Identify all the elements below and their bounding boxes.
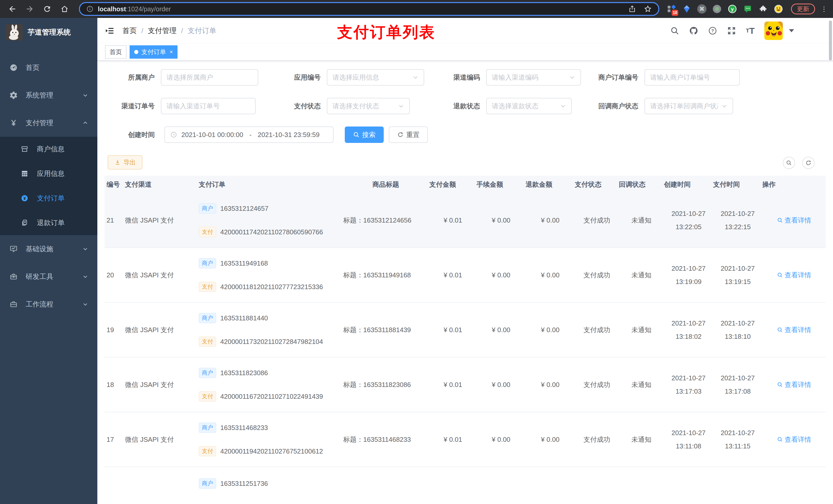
browser-menu-icon[interactable]: ⋮ — [821, 7, 826, 11]
cell-amount — [429, 467, 476, 503]
sidebar-item-workflow[interactable]: 工作流程 — [0, 290, 97, 318]
extension-record-icon[interactable] — [712, 4, 722, 14]
extension-y-icon[interactable]: y — [728, 4, 737, 14]
help-icon[interactable]: ? — [708, 26, 717, 35]
extension-kite-icon[interactable] — [682, 4, 692, 14]
cell-paid-time: 2021-10-2713:22:15 — [713, 193, 762, 247]
table-refresh-button[interactable] — [802, 157, 814, 169]
sidebar-item-merchant-info[interactable]: 商户信息 — [0, 137, 97, 161]
extension-collection-icon[interactable]: 10 — [667, 4, 676, 14]
extensions-row: 10 ⌘ y 更新 ⋮ — [667, 4, 828, 14]
extensions-puzzle-icon[interactable] — [758, 4, 768, 14]
merchant-order-number: 1635311881440 — [220, 314, 268, 322]
col-header-refund: 退款金额 — [526, 180, 575, 189]
github-icon[interactable] — [689, 26, 698, 35]
tab-home[interactable]: 首页 — [105, 45, 126, 58]
sidebar-item-dev-tools[interactable]: 研发工具 — [0, 263, 97, 290]
sidebar-item-infrastructure[interactable]: 基础设施 — [0, 235, 97, 263]
cell-refund — [526, 467, 575, 503]
search-icon — [777, 382, 783, 388]
table-row: 19 微信 JSAPI 支付 商户 1635311881440 支付 42000… — [104, 303, 826, 358]
active-tab-dot — [134, 50, 138, 54]
sidebar-item-refund-order[interactable]: 退款订单 — [0, 211, 97, 235]
view-detail-link[interactable]: 查看详情 — [777, 271, 811, 280]
cell-title: 标题：1635311468233 — [342, 412, 429, 466]
create-time-range-picker[interactable]: 2021-10-01 00:00:00 - 2021-10-31 23:59:5… — [164, 126, 334, 143]
cell-created-time: 2021-10-2713:17:03 — [664, 358, 713, 412]
sidebar-item-app-info[interactable]: 应用信息 — [0, 161, 97, 186]
table-search-toggle-button[interactable] — [783, 157, 795, 169]
channel-code-select[interactable]: 请输入渠道编码 — [486, 69, 581, 86]
app-no-select[interactable]: 请选择应用信息 — [327, 69, 424, 86]
pay-order-table: 编号 支付渠道 支付订单 商品标题 支付金额 手续金额 退款金额 支付状态 回调… — [104, 176, 826, 503]
browser-back-button[interactable] — [5, 2, 20, 16]
view-detail-link[interactable]: 查看详情 — [777, 435, 811, 444]
view-detail-link[interactable]: 查看详情 — [777, 326, 811, 334]
refund-status-select[interactable]: 请选择退款状态 — [486, 98, 572, 114]
cell-created-time: 2021-10-2713:18:02 — [664, 303, 713, 357]
browser-reload-button[interactable] — [40, 2, 54, 16]
header-search-icon[interactable] — [670, 26, 679, 35]
sidebar-item-label: 工作流程 — [26, 299, 82, 309]
sidebar-logo[interactable]: 芋道管理系统 — [0, 18, 97, 47]
sidebar-item-system[interactable]: 系统管理 — [0, 81, 97, 109]
breadcrumb-separator: / — [181, 27, 183, 35]
yen-icon — [9, 119, 22, 127]
sidebar-item-home[interactable]: 首页 — [0, 54, 97, 81]
share-icon[interactable] — [628, 5, 636, 13]
pay-order-number: 4200001173202110272847982104 — [220, 338, 323, 346]
gear-icon — [9, 91, 22, 100]
browser-forward-button[interactable] — [23, 2, 37, 16]
extension-emoji-icon[interactable] — [774, 4, 783, 14]
extension-command-icon[interactable]: ⌘ — [697, 4, 707, 14]
cell-notify-status: 未通知 — [619, 248, 664, 302]
tab-close-icon[interactable]: × — [170, 49, 173, 55]
channel-order-no-input[interactable] — [161, 98, 256, 114]
merchant-order-line: 商户 1635311251736 — [199, 478, 342, 489]
pay-order-line: 支付 4200001167202110271022491439 — [199, 391, 342, 402]
filter-callback-status: 回调商户状态 请选择订单回调商户状态 — [579, 98, 733, 114]
view-detail-link[interactable]: 查看详情 — [777, 380, 811, 389]
sidebar-collapse-icon[interactable] — [97, 26, 119, 35]
extension-chat-icon[interactable] — [743, 4, 753, 14]
site-info-icon[interactable] — [86, 5, 94, 13]
sidebar-item-pay-order[interactable]: 支付订单 — [0, 186, 97, 211]
pay-status-select[interactable]: 请选择支付状态 — [327, 98, 410, 114]
chevron-down-icon — [412, 74, 419, 80]
table-header-row: 编号 支付渠道 支付订单 商品标题 支付金额 手续金额 退款金额 支付状态 回调… — [104, 176, 826, 193]
view-detail-link[interactable]: 查看详情 — [777, 216, 811, 225]
pay-order-number: 4200001181202110277723215336 — [220, 283, 323, 291]
breadcrumb-pay-management[interactable]: 支付管理 — [148, 26, 176, 35]
browser-home-button[interactable] — [57, 2, 72, 16]
url-text: localhost:1024/pay/order — [98, 5, 171, 13]
search-button[interactable]: 搜索 — [345, 126, 384, 143]
merchant-order-number: 1635311251736 — [220, 480, 268, 488]
date-end-value: 2021-10-31 23:59:59 — [258, 131, 319, 139]
font-size-icon[interactable]: TT — [746, 26, 755, 35]
svg-text:y: y — [731, 6, 734, 12]
cell-paid-time: 2021-10-2713:17:08 — [713, 358, 762, 412]
tab-pay-order[interactable]: 支付订单 × — [129, 45, 177, 58]
page-scrollbar[interactable] — [829, 21, 832, 61]
browser-update-button[interactable]: 更新 — [791, 4, 815, 14]
breadcrumb-home[interactable]: 首页 — [122, 26, 137, 35]
merchant-tag: 商户 — [199, 478, 216, 489]
cell-amount: ¥ 0.01 — [429, 412, 476, 466]
avatar-caret-icon[interactable] — [789, 29, 794, 32]
export-button[interactable]: 导出 — [108, 155, 142, 170]
merchant-input[interactable] — [161, 69, 258, 86]
cell-notify-status: 未通知 — [619, 303, 664, 357]
cell-amount: ¥ 0.01 — [429, 193, 476, 247]
cell-order-no: 商户 1635311251736 — [189, 467, 342, 503]
pay-order-number: 4200001167202110271022491439 — [220, 392, 323, 401]
merchant-tag: 商户 — [199, 368, 216, 378]
user-avatar[interactable] — [764, 22, 783, 40]
sidebar-item-payment[interactable]: 支付管理 — [0, 109, 97, 137]
bookmark-star-icon[interactable] — [643, 5, 652, 13]
fullscreen-icon[interactable] — [727, 26, 736, 35]
merchant-order-no-input[interactable] — [644, 69, 740, 86]
merchant-tag: 商户 — [199, 203, 216, 214]
reset-button[interactable]: 重置 — [389, 126, 428, 143]
address-bar[interactable]: localhost:1024/pay/order — [79, 2, 659, 16]
callback-status-select[interactable]: 请选择订单回调商户状态 — [644, 98, 733, 114]
